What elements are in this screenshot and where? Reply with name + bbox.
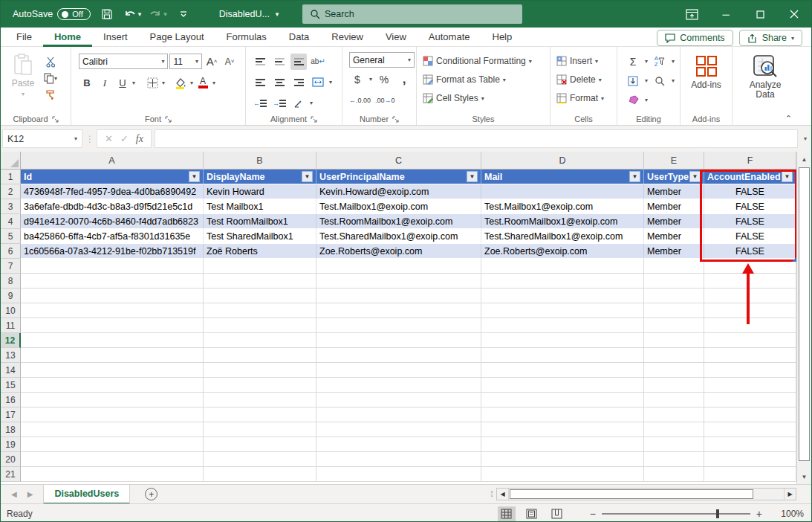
minimize-button[interactable]: ─ — [709, 1, 743, 28]
undo-dropdown-icon[interactable]: ▾ — [138, 10, 142, 18]
save-button[interactable] — [98, 4, 116, 24]
zoom-slider-thumb[interactable] — [716, 509, 719, 518]
bold-button[interactable]: B — [79, 75, 95, 91]
grid-cell[interactable] — [644, 259, 704, 274]
column-header-E[interactable]: E — [644, 152, 704, 170]
grid-cell[interactable]: Kevin Howard — [204, 184, 316, 199]
row-header-3[interactable]: 3 — [1, 199, 21, 214]
scroll-left-icon[interactable]: ◀ — [497, 489, 509, 500]
tab-view[interactable]: View — [374, 28, 418, 47]
tab-insert[interactable]: Insert — [92, 28, 139, 47]
tab-data[interactable]: Data — [278, 28, 320, 47]
percent-style-button[interactable]: % — [376, 71, 392, 88]
grid-cell[interactable]: Test.RoomMailbox1@exoip.com — [316, 214, 481, 229]
analyze-data-button[interactable]: Analyze Data — [739, 52, 791, 100]
grid-cell[interactable]: ba425860-6ffa-4cb7-af5a-f8301d31635e — [21, 229, 204, 244]
grid-cell[interactable] — [316, 274, 481, 289]
grid-cell[interactable] — [644, 348, 704, 363]
grid-cell[interactable] — [704, 422, 796, 437]
center-button[interactable] — [271, 74, 288, 91]
grid-cell[interactable] — [316, 363, 481, 378]
grid-cell[interactable] — [644, 289, 704, 303]
underline-button[interactable]: U — [114, 75, 131, 91]
grid-cell[interactable] — [316, 318, 481, 333]
grid-cell[interactable] — [481, 452, 644, 467]
zoom-level[interactable]: 100% — [773, 509, 804, 519]
format-as-table-button[interactable]: Format as Table▾ — [423, 71, 532, 88]
row-header-12[interactable]: 12 — [1, 333, 21, 348]
quick-access-toolbar-button[interactable] — [175, 4, 192, 24]
grid-cell[interactable] — [21, 289, 204, 303]
grid-cell[interactable] — [644, 393, 704, 407]
grid-cell[interactable] — [481, 407, 644, 422]
merge-dropdown-icon[interactable]: ▾ — [329, 79, 332, 86]
grid-cell[interactable]: Test.SharedMailbox1@exoip.com — [316, 229, 481, 244]
grid-cell[interactable] — [704, 348, 796, 363]
number-format-combo[interactable]: General▾ — [349, 52, 415, 68]
grid-cell[interactable] — [644, 378, 704, 393]
grid-cell[interactable] — [704, 437, 796, 452]
grid-cell[interactable] — [204, 318, 316, 333]
sheet-tab-disabledusers[interactable]: DisabledUsers — [43, 485, 130, 504]
align-left-button[interactable] — [252, 74, 268, 91]
grid-cell[interactable]: Member — [644, 229, 704, 244]
grid-cell[interactable] — [704, 467, 796, 482]
grid-cell[interactable] — [481, 378, 644, 393]
alignment-dialog-launcher-icon[interactable] — [311, 116, 317, 123]
filter-dropdown-icon[interactable]: ▼ — [189, 171, 200, 182]
clear-dropdown-icon[interactable]: ▾ — [645, 97, 648, 103]
table-header-UserType[interactable]: UserType▼ — [644, 170, 704, 184]
decrease-font-size-button[interactable]: A˅ — [221, 54, 238, 70]
vertical-scroll-thumb[interactable] — [799, 167, 810, 461]
new-sheet-button[interactable]: + — [145, 488, 157, 500]
name-box[interactable]: K12 ▾ — [2, 129, 82, 148]
grid-cell[interactable] — [481, 274, 644, 289]
grid-cell[interactable] — [204, 348, 316, 363]
borders-dropdown-icon[interactable]: ▾ — [162, 80, 165, 86]
grid-cell[interactable] — [644, 467, 704, 482]
grid-cell[interactable] — [316, 259, 481, 274]
grid-cell[interactable] — [644, 422, 704, 437]
row-header-10[interactable]: 10 — [1, 303, 21, 318]
tab-formulas[interactable]: Formulas — [215, 28, 278, 47]
autosave-toggle[interactable]: AutoSave Off — [13, 8, 91, 20]
close-button[interactable] — [777, 1, 811, 28]
cancel-entry-icon[interactable]: ✕ — [105, 133, 113, 144]
grid-cell[interactable] — [21, 422, 204, 437]
page-layout-view-button[interactable] — [523, 506, 541, 521]
grid-cell[interactable] — [316, 393, 481, 407]
grid-cell[interactable] — [481, 393, 644, 407]
grid-cell[interactable] — [21, 303, 204, 318]
column-header-C[interactable]: C — [316, 152, 481, 170]
grid-cell[interactable]: Member — [644, 244, 704, 259]
increase-decimal-button[interactable]: ←.0.00 — [349, 92, 371, 109]
sort-filter-dropdown-icon[interactable]: ▾ — [672, 58, 675, 65]
wrap-text-button[interactable]: ab↵ — [310, 54, 326, 70]
grid-cell[interactable] — [21, 407, 204, 422]
fill-dropdown-icon[interactable]: ▾ — [645, 77, 648, 84]
grid-cell[interactable] — [644, 303, 704, 318]
comma-style-button[interactable]: , — [396, 71, 412, 88]
search-input[interactable]: Search — [302, 4, 522, 24]
table-header-Mail[interactable]: Mail▼ — [481, 170, 644, 184]
fill-color-button[interactable] — [172, 75, 189, 91]
row-header-20[interactable]: 20 — [1, 452, 21, 467]
row-header-19[interactable]: 19 — [1, 437, 21, 452]
undo-button[interactable]: ▾ — [123, 4, 142, 24]
grid-cell[interactable] — [316, 333, 481, 348]
grid-cell[interactable] — [704, 393, 796, 407]
grid-cell[interactable] — [481, 259, 644, 274]
row-header-14[interactable]: 14 — [1, 363, 21, 378]
grid-cell[interactable] — [316, 467, 481, 482]
row-header-2[interactable]: 2 — [1, 184, 21, 199]
fill-button[interactable] — [625, 73, 641, 89]
italic-button[interactable]: I — [97, 75, 113, 91]
grid-cell[interactable]: Zoe.Roberts@exoip.com — [481, 244, 644, 259]
grid-cell[interactable] — [481, 303, 644, 318]
grid-cell[interactable] — [204, 378, 316, 393]
grid-cell[interactable] — [21, 393, 204, 407]
grid-cell[interactable] — [704, 407, 796, 422]
grid-cell[interactable]: 3a6efafe-dbdb-4d3c-b8a3-d9f5d21e5c1d — [21, 199, 204, 214]
grid-cell[interactable]: 4736948f-7fed-4957-9dea-4d0ba6890492 — [21, 184, 204, 199]
row-header-15[interactable]: 15 — [1, 378, 21, 393]
